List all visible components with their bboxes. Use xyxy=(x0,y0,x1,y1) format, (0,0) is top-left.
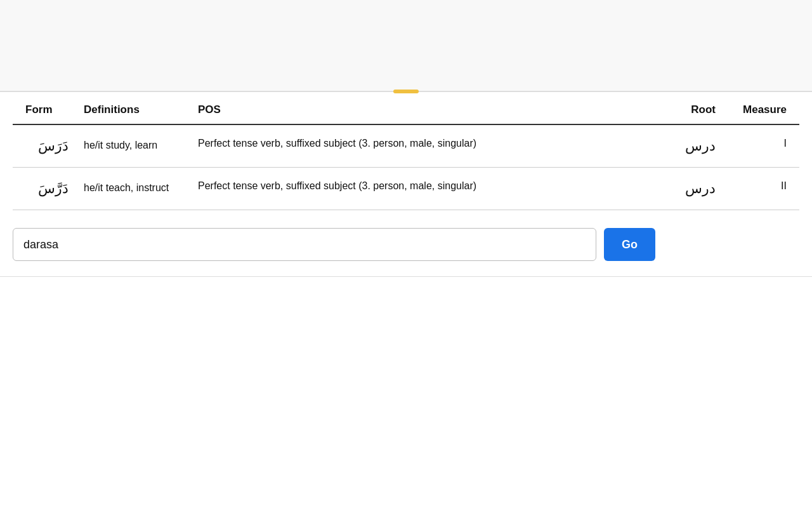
col-header-form: Form xyxy=(13,92,76,124)
go-button[interactable]: Go xyxy=(604,228,655,261)
table-row: دَرَّسَhe/it teach, instructPerfect tens… xyxy=(13,168,799,210)
cell-form: دَرَّسَ xyxy=(13,168,76,210)
top-bar-accent xyxy=(393,90,419,93)
col-header-pos: POS xyxy=(190,92,660,124)
cell-pos: Perfect tense verb, suffixed subject (3.… xyxy=(190,168,660,210)
cell-pos: Perfect tense verb, suffixed subject (3.… xyxy=(190,124,660,168)
cell-definitions: he/it study, learn xyxy=(76,124,190,168)
cell-form: دَرَسَ xyxy=(13,124,76,168)
table-section: Form Definitions POS Root Measure xyxy=(0,92,812,210)
cell-root: درس xyxy=(660,124,723,168)
col-header-measure: Measure xyxy=(723,92,799,124)
table-row: دَرَسَhe/it study, learnPerfect tense ve… xyxy=(13,124,799,168)
cell-measure: II xyxy=(723,168,799,210)
cell-definitions: he/it teach, instruct xyxy=(76,168,190,210)
search-section: Go xyxy=(0,210,812,274)
results-table: Form Definitions POS Root Measure xyxy=(13,92,799,210)
cell-measure: I xyxy=(723,124,799,168)
page-wrapper: Form Definitions POS Root Measure xyxy=(0,0,812,508)
col-header-root: Root xyxy=(660,92,723,124)
cell-root: درس xyxy=(660,168,723,210)
bottom-partial xyxy=(0,276,812,295)
col-header-definitions: Definitions xyxy=(76,92,190,124)
top-bar xyxy=(0,0,812,92)
table-header-row: Form Definitions POS Root Measure xyxy=(13,92,799,124)
search-input[interactable] xyxy=(13,228,596,261)
